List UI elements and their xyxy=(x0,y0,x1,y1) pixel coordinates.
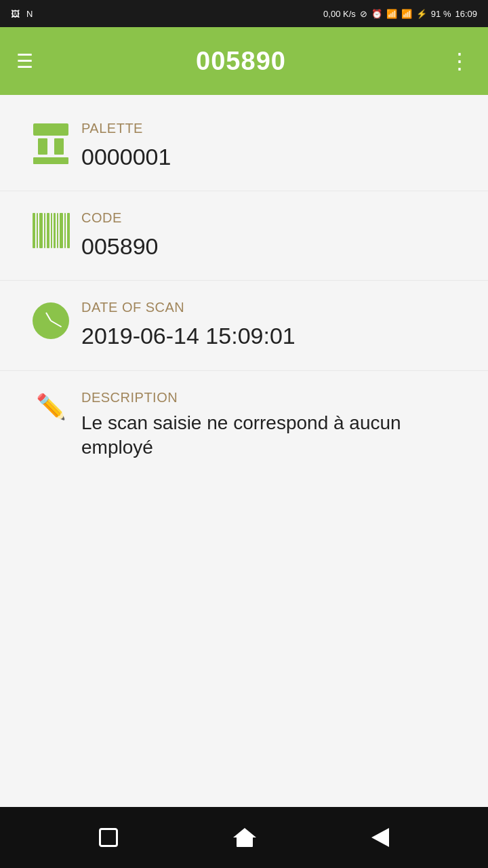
status-right: 0,00 K/s ⊘ ⏰ 📶 📶 ⚡ 91 % 16:09 xyxy=(323,9,477,19)
notification-icon: 🖼 xyxy=(11,9,20,19)
bar4 xyxy=(44,213,45,248)
description-row: ✏️ DESCRIPTION Le scan saisie ne corresp… xyxy=(0,371,488,479)
clock-minute-hand xyxy=(51,321,62,328)
speed-label: 0,00 K/s xyxy=(323,9,356,19)
toolbar: ☰ 005890 ⋮ xyxy=(0,27,488,95)
code-value: 005890 xyxy=(81,231,468,261)
network-label: N xyxy=(26,9,33,19)
content-area: PALETTE 0000001 CODE 005890 xyxy=(0,95,488,807)
bar6 xyxy=(51,213,52,248)
barcode-icon-col xyxy=(20,213,81,248)
bar8 xyxy=(57,213,58,248)
barcode-icon xyxy=(33,213,70,248)
more-options-button[interactable]: ⋮ xyxy=(449,48,472,74)
date-label: DATE OF SCAN xyxy=(81,300,468,315)
palette-legs xyxy=(38,138,64,155)
description-value: Le scan saisie ne correspond à aucun emp… xyxy=(81,411,468,460)
alarm-icon: ⏰ xyxy=(371,9,382,19)
bar2 xyxy=(37,213,38,248)
status-left: 🖼 N xyxy=(11,9,33,19)
bar7 xyxy=(54,213,56,248)
do-not-disturb-icon: ⊘ xyxy=(360,9,367,19)
palette-text: PALETTE 0000001 xyxy=(81,121,468,172)
palette-value: 0000001 xyxy=(81,142,468,172)
bar11 xyxy=(67,213,70,248)
code-text: CODE 005890 xyxy=(81,210,468,261)
time-label: 16:09 xyxy=(455,9,477,19)
bottom-navigation xyxy=(0,807,488,868)
palette-row: PALETTE 0000001 xyxy=(0,102,488,191)
clock-icon xyxy=(33,302,69,339)
toolbar-title: 005890 xyxy=(196,47,286,76)
palette-leg-right xyxy=(54,138,64,155)
bar10 xyxy=(64,213,66,248)
house-body xyxy=(237,836,253,847)
date-value: 2019-06-14 15:09:01 xyxy=(81,321,468,351)
bar1 xyxy=(33,213,35,248)
signal-icon: 📶 xyxy=(401,9,412,19)
description-label: DESCRIPTION xyxy=(81,390,468,406)
status-bar: 🖼 N 0,00 K/s ⊘ ⏰ 📶 📶 ⚡ 91 % 16:09 xyxy=(0,0,488,27)
palette-label: PALETTE xyxy=(81,121,468,136)
bar5 xyxy=(47,213,49,248)
date-row: DATE OF SCAN 2019-06-14 15:09:01 xyxy=(0,281,488,370)
date-text: DATE OF SCAN 2019-06-14 15:09:01 xyxy=(81,300,468,351)
pencil-icon-col: ✏️ xyxy=(20,393,81,421)
home-button[interactable] xyxy=(235,828,255,847)
clock-icon-col xyxy=(20,302,81,339)
description-text: DESCRIPTION Le scan saisie ne correspond… xyxy=(81,390,468,460)
code-label: CODE xyxy=(81,210,468,226)
pencil-icon: ✏️ xyxy=(36,393,66,421)
bar9 xyxy=(60,213,63,248)
home-icon xyxy=(235,828,255,847)
square-icon xyxy=(99,828,118,847)
charging-icon: ⚡ xyxy=(416,9,427,19)
clock-face xyxy=(37,307,64,334)
back-icon xyxy=(371,828,389,847)
recent-apps-button[interactable] xyxy=(99,828,118,847)
palette-leg-left xyxy=(38,138,47,155)
code-row: CODE 005890 xyxy=(0,191,488,281)
wifi-icon: 📶 xyxy=(386,9,397,19)
bar3 xyxy=(39,213,43,248)
palette-icon xyxy=(33,123,68,164)
battery-label: 91 % xyxy=(431,9,451,19)
palette-icon-col xyxy=(20,123,81,164)
menu-button[interactable]: ☰ xyxy=(16,50,33,73)
palette-bottom xyxy=(33,157,68,164)
palette-top xyxy=(33,123,68,136)
back-button[interactable] xyxy=(371,828,389,847)
